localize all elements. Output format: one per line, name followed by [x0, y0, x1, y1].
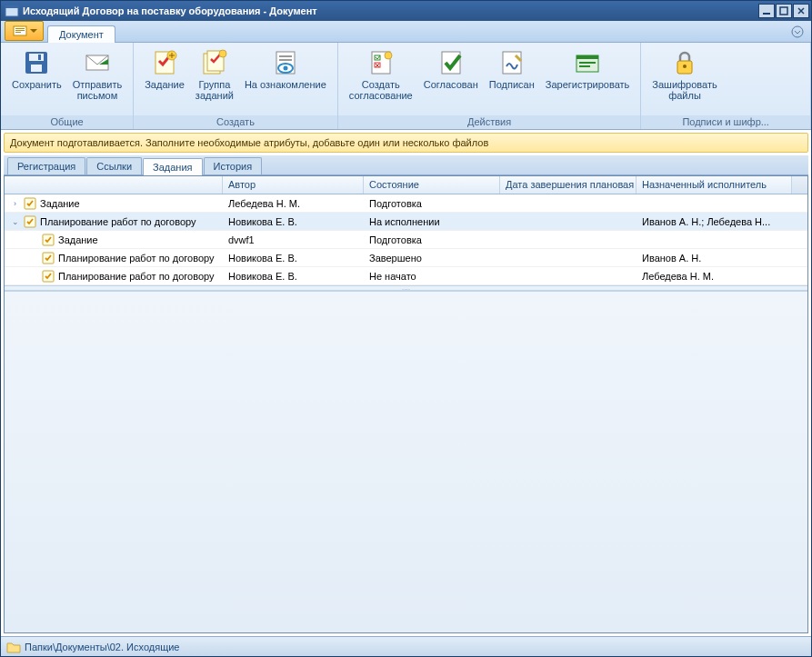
ribbon-tab-strip: Документ [1, 21, 811, 43]
svg-point-35 [683, 65, 687, 68]
review-icon [271, 48, 300, 77]
svg-rect-12 [38, 55, 41, 60]
table-row[interactable]: Планирование работ по договоруНовикова Е… [5, 267, 807, 285]
cell-due [500, 256, 637, 260]
window-buttons [757, 4, 809, 18]
svg-rect-2 [763, 13, 770, 15]
expander-icon[interactable]: › [10, 198, 20, 208]
grid-header: Автор Состояние Дата завершения плановая… [5, 176, 807, 194]
ribbon-collapse-button[interactable] [789, 24, 806, 42]
ribbon-group-actions: Создать согласование Согласован Подписан… [338, 43, 642, 129]
tab-bar: Регистрация Ссылки Задания История [4, 155, 808, 175]
close-button[interactable] [793, 4, 809, 18]
tasks-grid: Автор Состояние Дата завершения плановая… [5, 176, 807, 285]
register-button[interactable]: Зарегистрировать [540, 46, 636, 92]
create-task-group-button[interactable]: Группа заданий [190, 46, 239, 103]
app-menu-button[interactable] [5, 21, 44, 41]
mail-icon [83, 48, 112, 77]
task-name: Планирование работ по договору [58, 271, 215, 282]
tree-cell: ⌄Планирование работ по договору [5, 213, 223, 231]
signed-button[interactable]: Подписан [484, 46, 540, 92]
table-row[interactable]: Заданиеdvwf1Подготовка [5, 231, 807, 249]
ribbon-group-general: Сохранить Отправить письмом Общие [1, 43, 134, 129]
tab-tasks[interactable]: Задания [143, 158, 202, 175]
cell-due [500, 238, 637, 242]
tree-cell: Планирование работ по договору [5, 267, 223, 285]
document-window-icon [5, 4, 19, 18]
tab-history[interactable]: История [204, 157, 263, 174]
svg-point-8 [792, 26, 803, 37]
svg-point-18 [219, 50, 226, 57]
expander-placeholder [28, 271, 38, 281]
column-header-author[interactable]: Автор [223, 176, 364, 194]
create-approval-button[interactable]: Создать согласование [344, 46, 418, 103]
folder-icon [6, 641, 21, 653]
maximize-button[interactable] [776, 4, 792, 18]
table-row[interactable]: ⌄Планирование работ по договоруНовикова … [5, 213, 807, 231]
task-item-icon [23, 196, 37, 211]
cell-due [500, 202, 637, 205]
svg-rect-21 [279, 59, 292, 61]
svg-rect-31 [576, 55, 598, 59]
ribbon: Сохранить Отправить письмом Общие Задани… [1, 43, 811, 130]
approved-icon [436, 48, 466, 77]
register-icon [573, 48, 602, 77]
approved-button[interactable]: Согласован [418, 46, 484, 92]
column-header-state[interactable]: Состояние [364, 176, 500, 194]
titlebar: Исходящий Договор на поставку оборудован… [1, 1, 811, 21]
task-item-icon [23, 214, 37, 229]
create-task-button[interactable]: Задание [139, 46, 190, 92]
cell-author: dvwf1 [223, 233, 364, 247]
minimize-button[interactable] [758, 4, 775, 18]
create-review-button[interactable]: На ознакомление [239, 46, 332, 92]
cell-author: Лебедева Н. М. [223, 196, 364, 211]
cell-author: Новикова Е. В. [223, 214, 364, 229]
send-mail-button[interactable]: Отправить письмом [67, 46, 128, 103]
tab-links[interactable]: Ссылки [86, 157, 142, 174]
content-panel: Автор Состояние Дата завершения плановая… [4, 175, 808, 633]
expander-placeholder [28, 234, 38, 244]
cell-assignee [637, 202, 807, 205]
task-icon [150, 48, 179, 77]
tree-cell: Планирование работ по договору [5, 249, 223, 267]
ribbon-group-label: Подписи и шифр... [641, 115, 810, 129]
approval-icon [366, 48, 396, 77]
expander-placeholder [28, 253, 38, 263]
window-title: Исходящий Договор на поставку оборудован… [23, 5, 757, 16]
cell-state: На исполнении [364, 214, 500, 229]
tab-registration[interactable]: Регистрация [7, 157, 85, 174]
encrypt-files-button[interactable]: Зашифровать файлы [647, 46, 722, 103]
signed-icon [497, 48, 526, 77]
svg-rect-5 [15, 28, 25, 29]
task-item-icon [41, 251, 55, 265]
svg-rect-3 [780, 7, 787, 15]
task-item-icon [41, 233, 55, 247]
breadcrumb-path[interactable]: Папки\Документы\02. Исходящие [25, 642, 179, 652]
svg-rect-1 [5, 5, 18, 8]
svg-rect-11 [31, 65, 42, 72]
svg-rect-33 [579, 65, 590, 67]
save-icon [22, 48, 51, 77]
expander-icon[interactable]: ⌄ [10, 216, 20, 226]
column-header-tree[interactable] [5, 176, 223, 194]
svg-point-23 [283, 66, 287, 71]
task-name: Задание [40, 198, 80, 209]
details-pane [5, 291, 807, 632]
table-row[interactable]: Планирование работ по договоруНовикова Е… [5, 249, 807, 267]
table-row[interactable]: ›ЗаданиеЛебедева Н. М.Подготовка [5, 194, 807, 213]
svg-rect-10 [29, 54, 44, 61]
ribbon-group-label: Создать [134, 115, 337, 129]
task-item-icon [41, 269, 55, 284]
column-header-due[interactable]: Дата завершения плановая [500, 176, 637, 194]
svg-rect-6 [15, 30, 25, 31]
task-name: Планирование работ по договору [40, 216, 196, 227]
cell-due [500, 274, 637, 278]
status-message-bar: Документ подготавливается. Заполните нео… [4, 133, 808, 153]
ribbon-tab-document[interactable]: Документ [47, 25, 115, 43]
svg-rect-28 [442, 52, 460, 74]
grid-body: ›ЗаданиеЛебедева Н. М.Подготовка⌄Планиро… [5, 194, 807, 285]
column-header-assignee[interactable]: Назначенный исполнитель [637, 176, 792, 194]
task-group-icon [200, 48, 229, 77]
tree-cell: ›Задание [5, 194, 223, 213]
save-button[interactable]: Сохранить [6, 46, 67, 92]
